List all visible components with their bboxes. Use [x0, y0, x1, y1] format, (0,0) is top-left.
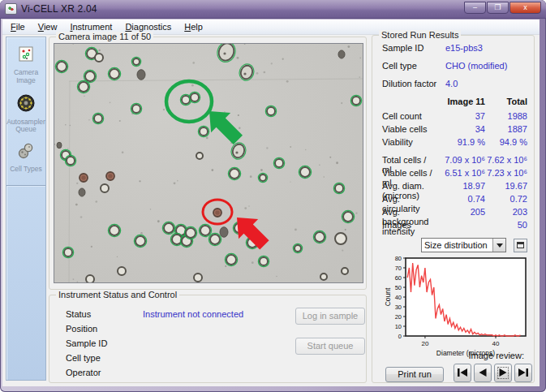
result-row-avg-circularity: Avg. circularity0.740.72 [382, 194, 527, 207]
camera-image-panel: Camera image 11 of 50 [49, 37, 367, 290]
print-run-button[interactable]: Print run [385, 367, 444, 382]
result-total-value: 1887 [485, 124, 527, 134]
sidebar-item-label: Cell Types [10, 166, 42, 174]
info-value: e15-pbs3 [445, 43, 483, 61]
cell-viable [77, 80, 89, 93]
results-content: Sample IDe15-pbs3Cell typeCHO (modified)… [372, 36, 534, 382]
result-total-value: 1988 [485, 111, 527, 121]
cell-viable [131, 103, 141, 114]
previous-image-button[interactable] [474, 364, 492, 382]
camera-panel-title: Camera image 11 of 50 [56, 32, 153, 41]
cell-cell [101, 184, 109, 192]
result-image-value: 34 [435, 124, 485, 134]
chart-type-selected: Size distribution [422, 240, 492, 250]
svg-text:30: 30 [395, 304, 402, 311]
cell-viable [199, 224, 211, 236]
sidebar-item-camera-image[interactable]: CameraImage [6, 37, 45, 85]
svg-text:20: 20 [421, 340, 428, 347]
sidebar-item-cell-types[interactable]: Cell Types [6, 134, 45, 174]
svg-text:80: 80 [395, 255, 402, 262]
app-window: Vi-CELL XR 2.04 – ❐ x FileViewInstrument… [0, 0, 546, 392]
instrument-status-panel: Instrument Status and Control StatusInst… [49, 295, 367, 383]
result-image-value: 205 [435, 207, 485, 217]
result-row-viability: Viability91.9 %94.9 % [382, 137, 527, 150]
svg-text:70: 70 [395, 265, 402, 272]
caption-buttons: – ❐ x [464, 0, 541, 18]
status-label-sample-id: Sample ID [66, 338, 107, 348]
status-label-position: Position [66, 324, 97, 334]
log-in-sample-button[interactable]: Log in sample [295, 308, 365, 325]
menu-help[interactable]: Help [178, 21, 209, 33]
svg-text:0: 0 [398, 333, 402, 340]
svg-text:50: 50 [395, 284, 402, 291]
cell-viable [293, 243, 302, 252]
sidebar-item-label: AutosamplerQueue [6, 118, 45, 135]
cell-viable [225, 253, 237, 265]
first-image-button[interactable] [454, 364, 471, 382]
cell-dead [106, 172, 114, 180]
chart-popout-button[interactable] [514, 239, 527, 252]
last-image-button[interactable] [514, 364, 532, 382]
result-total-value: 7.62 x 10⁶ [485, 155, 527, 165]
result-row-viable-cells: Viable cells341887 [382, 124, 527, 137]
cell-viable [258, 173, 267, 182]
cell-dark [220, 227, 228, 238]
minimize-button[interactable]: – [464, 2, 486, 14]
sidebar-item-autosampler-queue[interactable]: AutosamplerQueue [6, 85, 45, 135]
image-review-nav [454, 364, 532, 382]
info-row-cell-type: Cell typeCHO (modified) [382, 61, 527, 79]
svg-text:20: 20 [395, 313, 402, 321]
previous-image-icon [478, 368, 488, 379]
result-total-value: 203 [485, 207, 527, 217]
chevron-down-icon [497, 243, 503, 248]
result-row-avg-background-intensity: Avg. background intensity205203 [382, 207, 527, 220]
info-label: Cell type [382, 61, 445, 79]
window-title: Vi-CELL XR 2.04 [21, 3, 97, 15]
cell-viable [228, 167, 240, 179]
result-total-value: 19.67 [485, 181, 527, 191]
cell-viable [65, 155, 75, 166]
result-row-total-cells-ml: Total cells / ml7.09 x 10⁶7.62 x 10⁶ [382, 155, 527, 168]
cell-viable [342, 210, 354, 222]
cell-dark [79, 188, 85, 196]
cell-viable [333, 183, 344, 193]
microscopy-image [54, 44, 363, 282]
info-row-sample-id: Sample IDe15-pbs3 [382, 43, 527, 61]
start-queue-button[interactable]: Start queue [295, 338, 365, 355]
last-image-icon [518, 368, 529, 379]
info-label: Sample ID [382, 43, 445, 61]
title-bar: Vi-CELL XR 2.04 – ❐ x [0, 0, 546, 19]
cell-dark [338, 50, 345, 58]
maximize-button[interactable]: ❐ [487, 2, 509, 14]
cell-cell [86, 275, 94, 282]
result-label: Images [382, 220, 435, 230]
column-header-total: Total [485, 97, 527, 111]
menu-file[interactable]: File [4, 21, 32, 33]
status-panel-title: Instrument Status and Control [56, 290, 179, 299]
cell-viable [350, 95, 361, 106]
info-label: Dilution factor [382, 79, 445, 97]
results-column-headers: Image 11 Total [382, 97, 527, 111]
cell-cell [196, 153, 203, 159]
results-info-rows: Sample IDe15-pbs3Cell typeCHO (modified)… [382, 43, 527, 97]
cell-dead [80, 174, 88, 182]
stored-run-results-panel: Stored Run Results Sample IDe15-pbs3Cell… [372, 35, 535, 383]
status-value: Instrument not connected [143, 309, 243, 319]
result-image-value: 7.09 x 10⁶ [435, 155, 485, 165]
cell-viable [209, 233, 221, 245]
cell-viable [184, 226, 196, 239]
window-body: FileViewInstrumentDiagnosticsHelp Camera… [2, 19, 540, 386]
chart-selector-row: Size distribution [421, 238, 527, 252]
dropdown-arrow-button[interactable] [492, 239, 505, 252]
camera-image-view[interactable] [54, 43, 363, 283]
cell-dark [57, 142, 62, 149]
status-label-operator: Operator [66, 368, 101, 377]
cell-viable [108, 67, 120, 80]
svg-text:60: 60 [395, 274, 402, 282]
next-image-button[interactable] [494, 364, 512, 382]
cell-viable [134, 235, 146, 247]
svg-text:10: 10 [395, 323, 402, 330]
chart-type-dropdown[interactable]: Size distribution [421, 238, 506, 252]
close-button[interactable]: x [509, 2, 541, 14]
info-row-dilution-factor: Dilution factor4.0 [382, 79, 527, 97]
